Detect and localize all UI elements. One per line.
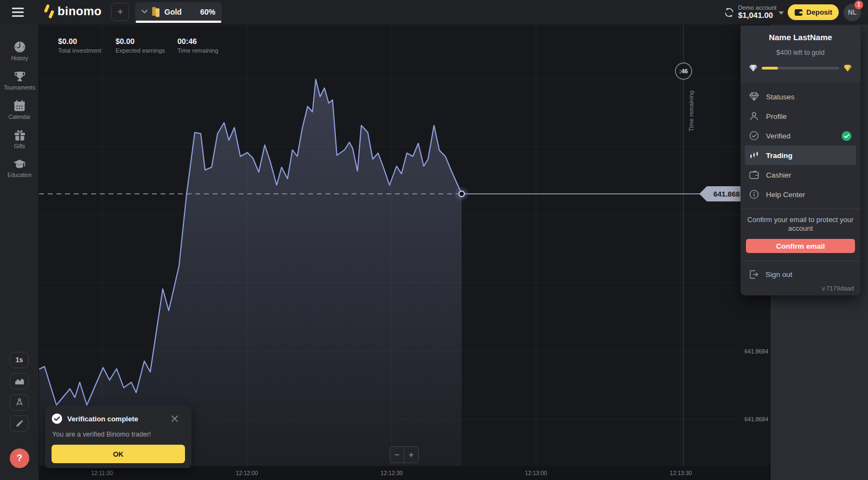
stat-time-remaining: 00:46 Time remaining [177, 37, 218, 54]
verified-check-icon [841, 131, 852, 141]
status-progress [749, 65, 852, 72]
menu-item-label: Profile [766, 112, 787, 121]
time-tick-label: 12:12:30 [381, 470, 403, 476]
menu-item-label: Statuses [766, 93, 795, 101]
person-icon [749, 111, 759, 121]
chart-type-button[interactable] [10, 373, 29, 389]
toast-title: Verification complete [67, 415, 138, 423]
gem-icon [749, 92, 759, 101]
sign-out-button[interactable]: Sign out [741, 263, 860, 285]
clock-icon [14, 41, 26, 53]
help-button[interactable]: ? [10, 449, 29, 468]
trophy-icon [14, 71, 26, 83]
menu-item-trading[interactable]: Trading [745, 146, 856, 165]
toast-body: You are a verified Binomo trader! [52, 431, 185, 438]
silver-gem-icon [749, 65, 757, 72]
sidebar-item-label: Gifts [14, 143, 25, 149]
compass-icon [15, 397, 24, 407]
drawing-button[interactable] [10, 415, 29, 432]
add-asset-button[interactable]: + [111, 3, 129, 21]
time-tick-label: 12:11:30 [91, 470, 113, 476]
progress-track [762, 67, 839, 70]
sidebar: History Tournaments [0, 24, 39, 480]
account-balance: $1,041.00 [738, 11, 776, 20]
confirm-email-text: Confirm your email to protect your accou… [746, 216, 855, 233]
caret-down-icon[interactable] [778, 11, 784, 15]
stat-label: Total investment [58, 47, 101, 54]
sidebar-item-education[interactable]: Education [0, 154, 39, 183]
chart-area[interactable]: :46641.868 $0.00 Total investment $0.00 … [39, 24, 771, 480]
time-tick-label: 12:12:00 [236, 470, 258, 476]
sidebar-item-label: Education [8, 172, 31, 178]
menu-item-profile[interactable]: Profile [741, 106, 860, 126]
calendar-icon [14, 100, 25, 112]
timeframe-button[interactable]: 1s [10, 352, 29, 368]
gold-bars-icon [152, 7, 160, 17]
user-menu: Name LastName $400 left to gold [741, 26, 860, 295]
stat-expected-earnings: $0.00 Expected earnings [116, 37, 165, 54]
menu-item-verified[interactable]: Verified [741, 126, 860, 146]
sidebar-item-history[interactable]: History [0, 36, 39, 66]
menu-item-label: Trading [766, 151, 793, 160]
wallet-icon [794, 9, 803, 16]
toast-ok-button[interactable]: OK [52, 445, 185, 463]
stat-label: Expected earnings [116, 47, 165, 54]
indicators-button[interactable] [10, 394, 29, 410]
menu-item-label: Cashier [766, 171, 792, 179]
stat-value: $0.00 [116, 37, 165, 46]
binomo-logo: binomo [43, 4, 101, 19]
user-menu-header: Name LastName $400 left to gold [741, 26, 860, 83]
sidebar-item-label: Calendar [9, 114, 31, 120]
asset-name: Gold [164, 8, 182, 16]
stat-value: $0.00 [58, 37, 101, 46]
time-tick-label: 12:13:30 [670, 470, 692, 476]
gift-icon [14, 129, 26, 141]
gold-gem-icon [844, 65, 852, 72]
progress-fill [762, 67, 778, 70]
menu-item-label: Help Center [766, 191, 805, 199]
deposit-label: Deposit [806, 8, 832, 16]
sidebar-item-calendar[interactable]: Calendar [0, 95, 39, 124]
menu-item-cashier[interactable]: Cashier [741, 165, 860, 185]
confirm-email-button[interactable]: Confirm email [746, 239, 855, 253]
area-chart-icon [15, 377, 24, 385]
menu-item-help-center[interactable]: Help Center [741, 185, 860, 204]
zoom-controls: − + [390, 446, 419, 463]
account-switcher[interactable]: Demo account $1,041.00 [738, 4, 776, 20]
active-tab-underline [136, 21, 221, 23]
candlestick-icon [749, 150, 759, 160]
wallet-outline-icon [749, 170, 759, 179]
app: :46641.868 $0.00 Total investment $0.00 … [0, 0, 868, 480]
info-circle-icon [749, 190, 759, 199]
zoom-in-button[interactable]: + [404, 447, 418, 463]
topbar: binomo + Gold 60% Demo accou [0, 0, 868, 24]
price-chart-svg[interactable]: :46641.868 [39, 24, 771, 466]
sign-out-icon [749, 270, 758, 279]
price-tick-label: 641.8684 [744, 416, 768, 422]
avatar[interactable]: NL 1 [844, 4, 861, 21]
deadline-axis-label: Time remaining [688, 83, 694, 131]
notification-badge: 1 [854, 1, 863, 9]
time-tick-label: 12:13:00 [525, 470, 547, 476]
zoom-out-button[interactable]: − [390, 447, 404, 463]
sidebar-item-tournaments[interactable]: Tournaments [0, 66, 39, 95]
graduation-cap-icon [13, 159, 26, 170]
deposit-button[interactable]: Deposit [788, 4, 839, 20]
menu-item-label: Verified [766, 132, 790, 140]
gold-progress-caption: $400 left to gold [749, 49, 852, 56]
refresh-icon[interactable] [724, 7, 735, 18]
hamburger-menu-icon[interactable] [12, 8, 24, 17]
confirm-email-section: Confirm your email to protect your accou… [741, 209, 860, 261]
svg-text:641.868: 641.868 [713, 190, 740, 198]
close-icon[interactable] [171, 415, 178, 422]
logo-text: binomo [58, 4, 101, 18]
sign-out-label: Sign out [765, 270, 793, 279]
sidebar-item-label: Tournaments [4, 85, 35, 91]
stat-total-investment: $0.00 Total investment [58, 37, 101, 54]
menu-item-statuses[interactable]: Statuses [741, 87, 860, 106]
account-type: Demo account [738, 4, 776, 11]
check-circle-icon [52, 413, 62, 424]
sidebar-item-gifts[interactable]: Gifts [0, 124, 39, 154]
asset-tab-gold[interactable]: Gold 60% [135, 2, 222, 23]
asset-payout: 60% [200, 8, 215, 16]
